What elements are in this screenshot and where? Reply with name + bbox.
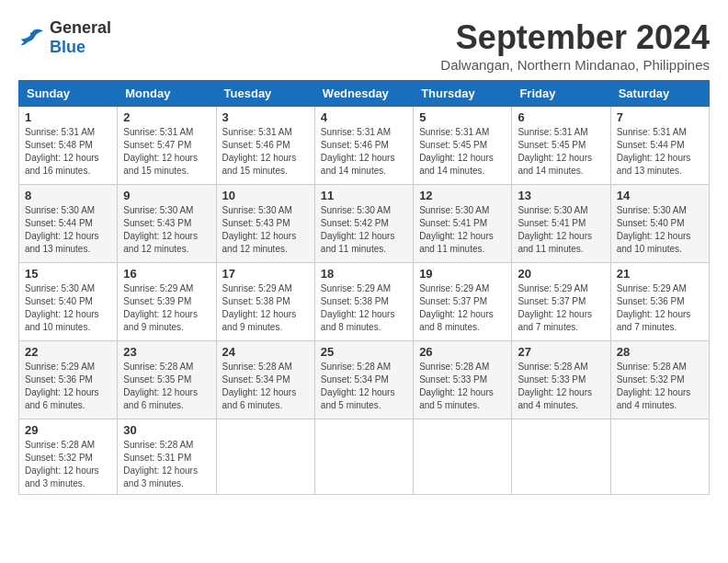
day-number: 5 <box>419 110 506 124</box>
weekday-header-thursday: Thursday <box>414 81 512 107</box>
calendar-day-cell: 16 Sunrise: 5:29 AMSunset: 5:39 PMDaylig… <box>118 263 216 341</box>
day-number: 1 <box>25 110 111 124</box>
day-detail: Sunrise: 5:31 AMSunset: 5:46 PMDaylight:… <box>222 127 297 176</box>
calendar-day-cell: 24 Sunrise: 5:28 AMSunset: 5:34 PMDaylig… <box>216 341 314 419</box>
calendar-day-cell: 7 Sunrise: 5:31 AMSunset: 5:44 PMDayligh… <box>610 107 709 185</box>
day-detail: Sunrise: 5:29 AMSunset: 5:36 PMDaylight:… <box>25 362 99 410</box>
day-number: 11 <box>321 189 407 202</box>
calendar-day-cell: 12 Sunrise: 5:30 AMSunset: 5:41 PMDaylig… <box>414 185 512 263</box>
day-number: 15 <box>25 267 111 281</box>
day-detail: Sunrise: 5:30 AMSunset: 5:41 PMDaylight:… <box>419 205 494 254</box>
day-detail: Sunrise: 5:28 AMSunset: 5:34 PMDaylight:… <box>321 362 395 410</box>
weekday-header-friday: Friday <box>512 81 610 107</box>
day-detail: Sunrise: 5:28 AMSunset: 5:32 PMDaylight:… <box>617 362 691 410</box>
calendar-day-cell <box>216 419 314 495</box>
day-number: 27 <box>518 345 604 359</box>
calendar-day-cell: 11 Sunrise: 5:30 AMSunset: 5:42 PMDaylig… <box>314 185 413 263</box>
calendar-week-row: 29 Sunrise: 5:28 AMSunset: 5:32 PMDaylig… <box>19 419 710 495</box>
day-number: 16 <box>123 267 210 281</box>
day-number: 7 <box>617 110 703 124</box>
day-number: 19 <box>419 267 506 281</box>
calendar-day-cell <box>610 419 709 495</box>
calendar-day-cell: 4 Sunrise: 5:31 AMSunset: 5:46 PMDayligh… <box>314 107 413 185</box>
day-number: 13 <box>518 189 604 202</box>
logo-general: General <box>50 18 111 37</box>
weekday-header-saturday: Saturday <box>610 81 709 107</box>
calendar-day-cell: 17 Sunrise: 5:29 AMSunset: 5:38 PMDaylig… <box>216 263 314 341</box>
calendar-day-cell: 10 Sunrise: 5:30 AMSunset: 5:43 PMDaylig… <box>216 185 314 263</box>
logo-blue: Blue <box>50 38 85 56</box>
day-number: 20 <box>518 267 604 281</box>
calendar-day-cell: 15 Sunrise: 5:30 AMSunset: 5:40 PMDaylig… <box>19 263 118 341</box>
day-number: 18 <box>321 267 407 281</box>
day-detail: Sunrise: 5:30 AMSunset: 5:43 PMDaylight:… <box>222 205 297 254</box>
calendar-day-cell: 18 Sunrise: 5:29 AMSunset: 5:38 PMDaylig… <box>314 263 413 341</box>
day-detail: Sunrise: 5:31 AMSunset: 5:46 PMDaylight:… <box>321 127 395 176</box>
day-detail: Sunrise: 5:28 AMSunset: 5:31 PMDaylight:… <box>123 440 198 488</box>
calendar-day-cell: 27 Sunrise: 5:28 AMSunset: 5:33 PMDaylig… <box>512 341 610 419</box>
calendar-day-cell: 28 Sunrise: 5:28 AMSunset: 5:32 PMDaylig… <box>610 341 709 419</box>
calendar-day-cell: 13 Sunrise: 5:30 AMSunset: 5:41 PMDaylig… <box>512 185 610 263</box>
weekday-header-monday: Monday <box>118 81 216 107</box>
calendar-day-cell: 23 Sunrise: 5:28 AMSunset: 5:35 PMDaylig… <box>118 341 216 419</box>
location-subtitle: Dalwangan, Northern Mindanao, Philippine… <box>440 57 710 73</box>
day-detail: Sunrise: 5:31 AMSunset: 5:45 PMDaylight:… <box>518 127 592 176</box>
day-number: 21 <box>617 267 703 281</box>
logo: General Blue <box>18 18 111 57</box>
day-detail: Sunrise: 5:30 AMSunset: 5:40 PMDaylight:… <box>617 205 691 254</box>
calendar-day-cell: 21 Sunrise: 5:29 AMSunset: 5:36 PMDaylig… <box>610 263 709 341</box>
day-detail: Sunrise: 5:30 AMSunset: 5:41 PMDaylight:… <box>518 205 592 254</box>
day-number: 30 <box>123 423 210 437</box>
calendar-day-cell: 19 Sunrise: 5:29 AMSunset: 5:37 PMDaylig… <box>414 263 512 341</box>
day-number: 29 <box>25 423 111 437</box>
calendar-week-row: 15 Sunrise: 5:30 AMSunset: 5:40 PMDaylig… <box>19 263 710 341</box>
month-year-title: September 2024 <box>440 18 710 57</box>
logo-bird-icon <box>18 27 46 49</box>
day-detail: Sunrise: 5:31 AMSunset: 5:45 PMDaylight:… <box>419 127 494 176</box>
day-detail: Sunrise: 5:29 AMSunset: 5:37 PMDaylight:… <box>518 283 592 332</box>
calendar-day-cell <box>512 419 610 495</box>
calendar-day-cell: 2 Sunrise: 5:31 AMSunset: 5:47 PMDayligh… <box>118 107 216 185</box>
day-detail: Sunrise: 5:28 AMSunset: 5:33 PMDaylight:… <box>518 362 592 410</box>
day-number: 23 <box>123 345 210 359</box>
day-detail: Sunrise: 5:29 AMSunset: 5:37 PMDaylight:… <box>419 283 494 332</box>
calendar-day-cell: 6 Sunrise: 5:31 AMSunset: 5:45 PMDayligh… <box>512 107 610 185</box>
day-detail: Sunrise: 5:29 AMSunset: 5:39 PMDaylight:… <box>123 283 198 332</box>
calendar-day-cell: 14 Sunrise: 5:30 AMSunset: 5:40 PMDaylig… <box>610 185 709 263</box>
day-detail: Sunrise: 5:30 AMSunset: 5:44 PMDaylight:… <box>25 205 99 254</box>
calendar-day-cell: 30 Sunrise: 5:28 AMSunset: 5:31 PMDaylig… <box>118 419 216 495</box>
day-detail: Sunrise: 5:28 AMSunset: 5:35 PMDaylight:… <box>123 362 198 410</box>
calendar-day-cell: 22 Sunrise: 5:29 AMSunset: 5:36 PMDaylig… <box>19 341 118 419</box>
page-header: General Blue September 2024 Dalwangan, N… <box>18 18 710 73</box>
day-detail: Sunrise: 5:28 AMSunset: 5:33 PMDaylight:… <box>419 362 494 410</box>
day-number: 3 <box>222 110 309 124</box>
day-detail: Sunrise: 5:30 AMSunset: 5:40 PMDaylight:… <box>25 283 99 332</box>
logo-text: General Blue <box>50 18 111 57</box>
day-detail: Sunrise: 5:30 AMSunset: 5:43 PMDaylight:… <box>123 205 198 254</box>
calendar-day-cell: 25 Sunrise: 5:28 AMSunset: 5:34 PMDaylig… <box>314 341 413 419</box>
calendar-week-row: 8 Sunrise: 5:30 AMSunset: 5:44 PMDayligh… <box>19 185 710 263</box>
day-number: 8 <box>25 189 111 202</box>
day-number: 14 <box>617 189 703 202</box>
day-number: 26 <box>419 345 506 359</box>
day-detail: Sunrise: 5:31 AMSunset: 5:44 PMDaylight:… <box>617 127 691 176</box>
calendar-day-cell: 3 Sunrise: 5:31 AMSunset: 5:46 PMDayligh… <box>216 107 314 185</box>
calendar-day-cell: 9 Sunrise: 5:30 AMSunset: 5:43 PMDayligh… <box>118 185 216 263</box>
calendar-week-row: 22 Sunrise: 5:29 AMSunset: 5:36 PMDaylig… <box>19 341 710 419</box>
calendar-table: SundayMondayTuesdayWednesdayThursdayFrid… <box>18 80 710 495</box>
day-number: 9 <box>123 189 210 202</box>
day-number: 2 <box>123 110 210 124</box>
calendar-day-cell: 29 Sunrise: 5:28 AMSunset: 5:32 PMDaylig… <box>19 419 118 495</box>
calendar-day-cell: 1 Sunrise: 5:31 AMSunset: 5:48 PMDayligh… <box>19 107 118 185</box>
calendar-day-cell: 20 Sunrise: 5:29 AMSunset: 5:37 PMDaylig… <box>512 263 610 341</box>
day-number: 17 <box>222 267 309 281</box>
day-number: 28 <box>617 345 703 359</box>
calendar-day-cell: 5 Sunrise: 5:31 AMSunset: 5:45 PMDayligh… <box>414 107 512 185</box>
day-number: 25 <box>321 345 407 359</box>
calendar-day-cell: 8 Sunrise: 5:30 AMSunset: 5:44 PMDayligh… <box>19 185 118 263</box>
calendar-day-cell <box>314 419 413 495</box>
day-number: 22 <box>25 345 111 359</box>
weekday-header-tuesday: Tuesday <box>216 81 314 107</box>
calendar-day-cell: 26 Sunrise: 5:28 AMSunset: 5:33 PMDaylig… <box>414 341 512 419</box>
day-number: 12 <box>419 189 506 202</box>
